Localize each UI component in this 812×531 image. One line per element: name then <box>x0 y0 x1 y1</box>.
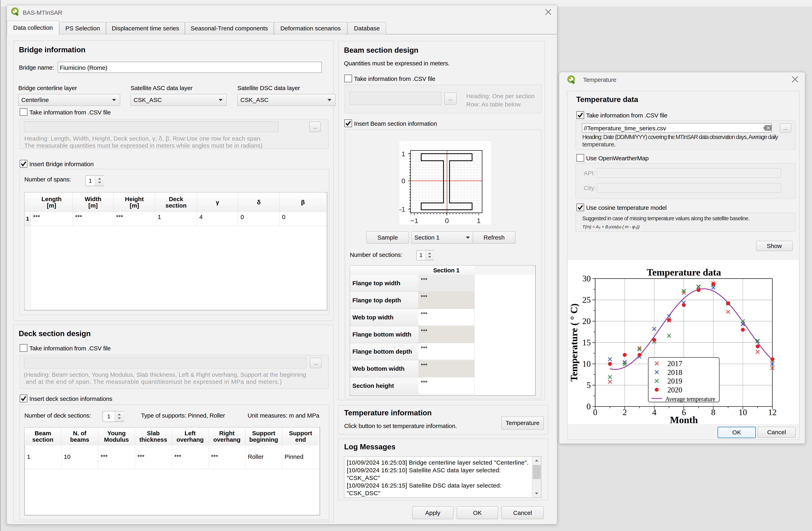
svg-text:12: 12 <box>768 408 777 417</box>
svg-text:0: 0 <box>402 177 405 185</box>
svg-text:5: 5 <box>586 381 591 390</box>
svg-text:2020: 2020 <box>667 386 682 394</box>
svg-text:Average temperature: Average temperature <box>665 396 715 402</box>
svg-text:20: 20 <box>582 317 591 326</box>
svg-text:1: 1 <box>402 150 405 158</box>
svg-text:15: 15 <box>582 338 591 347</box>
svg-text:2019: 2019 <box>667 377 682 385</box>
svg-text:1: 1 <box>477 217 481 225</box>
svg-text:Temperature ( ° C): Temperature ( ° C) <box>569 303 579 382</box>
svg-text:10: 10 <box>582 359 591 369</box>
svg-text:0: 0 <box>586 402 591 411</box>
svg-text:25: 25 <box>582 295 591 304</box>
svg-text:Month: Month <box>670 415 698 424</box>
svg-text:4: 4 <box>652 408 656 417</box>
svg-text:10: 10 <box>739 408 747 417</box>
svg-text:0: 0 <box>445 217 449 225</box>
svg-text:−1: −1 <box>410 217 418 225</box>
svg-text:2: 2 <box>623 408 627 417</box>
svg-text:Temperature data: Temperature data <box>647 267 721 277</box>
svg-text:-1: -1 <box>399 205 405 213</box>
svg-text:2018: 2018 <box>667 368 682 376</box>
svg-text:0: 0 <box>593 408 597 417</box>
svg-text:30: 30 <box>582 274 591 283</box>
svg-text:8: 8 <box>711 408 715 417</box>
svg-text:2017: 2017 <box>667 359 682 368</box>
